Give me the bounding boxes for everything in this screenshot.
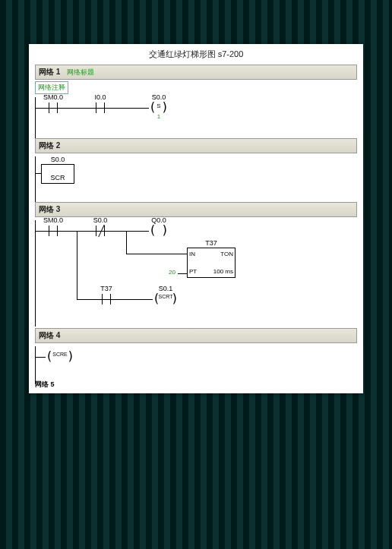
contact-label: SM0.0 [43, 216, 63, 224]
paren-icon: ) [161, 222, 169, 237]
paren-icon: ( [149, 99, 156, 114]
network-1-comment: 网络注释 [35, 81, 68, 94]
nc-slash-icon [96, 224, 106, 238]
wire [77, 231, 77, 299]
power-rail [35, 346, 36, 384]
paren-icon: ( [149, 222, 156, 237]
coil-label: S0.1 [159, 285, 173, 292]
paren-icon: ( [46, 349, 53, 363]
contact-label: I0.0 [94, 93, 106, 101]
network-2-label: 网络 2 [39, 141, 60, 150]
timer-pt-value: 20 [169, 269, 175, 276]
timer-pt: PT [189, 268, 197, 275]
network-3-header: 网络 3 [35, 202, 357, 217]
coil-scrt-s01: ( ) S0.1 SCRT [153, 294, 179, 304]
network-2-rung: S0.0 SCR [35, 156, 357, 193]
power-rail [35, 156, 36, 208]
network-4-rung: ( ) SCRE [35, 346, 357, 369]
contact-no-i00: I0.0 [90, 103, 111, 113]
network-4-label: 网络 4 [39, 331, 60, 339]
wire [35, 357, 46, 358]
coil-count: 1 [157, 113, 160, 120]
network-4-header: 网络 4 [35, 328, 357, 343]
network-3-rung: SM0.0 S0.0 ( ) Q0.0 T37 IN TON PT 100 ms… [35, 220, 357, 319]
network-1-rung: SM0.0 I0.0 ( ) S0.0 S 1 [35, 97, 357, 125]
power-rail [35, 220, 36, 327]
wire [35, 173, 41, 174]
coil-inner: S [156, 103, 160, 109]
network-1-label: 网络 1 [39, 68, 60, 76]
coil-label: S0.0 [152, 93, 166, 101]
paren-icon: ) [67, 349, 74, 363]
contact-label: SM0.0 [43, 93, 63, 101]
scr-box-s00: S0.0 SCR [41, 164, 74, 184]
wire [126, 254, 187, 254]
timer-ton: TON [220, 251, 233, 257]
timer-timebase: 100 ms [213, 268, 233, 275]
network-1-header: 网络 1 网络标题 [35, 65, 357, 80]
wire [126, 231, 127, 254]
coil-inner: SCRT [159, 294, 173, 299]
coil-set-s00: ( ) S0.0 S 1 [149, 103, 169, 113]
timer-t37: T37 IN TON PT 100 ms [187, 248, 236, 278]
scr-label: S0.0 [51, 156, 65, 163]
contact-label: S0.0 [93, 216, 108, 224]
contact-no-t37: T37 [96, 294, 117, 304]
wire [178, 273, 187, 274]
paren-icon: ) [161, 99, 169, 114]
contact-no-sm00: SM0.0 [43, 103, 64, 113]
page-title: 交通红绿灯梯形图 s7-200 [29, 44, 363, 63]
contact-label: T37 [100, 285, 112, 292]
network-3-label: 网络 3 [39, 205, 60, 213]
network-2-header: 网络 2 [35, 138, 357, 153]
coil-label: Q0.0 [151, 216, 166, 224]
timer-in: IN [189, 251, 195, 257]
contact-nc-s00: S0.0 [90, 226, 111, 236]
network-5-label-partial: 网络 5 [35, 380, 357, 390]
timer-label: T37 [205, 239, 217, 247]
scr-text: SCR [42, 174, 74, 181]
network-1-title: 网络标题 [67, 68, 94, 76]
power-rail [35, 97, 36, 140]
document-page: 交通红绿灯梯形图 s7-200 网络 1 网络标题 网络注释 SM0.0 I0.… [29, 44, 363, 393]
coil-q00: ( ) Q0.0 [149, 226, 169, 236]
coil-scre: ( ) SCRE [46, 352, 74, 362]
coil-inner: SCRE [52, 352, 67, 357]
contact-no-sm00-n3: SM0.0 [43, 226, 64, 236]
